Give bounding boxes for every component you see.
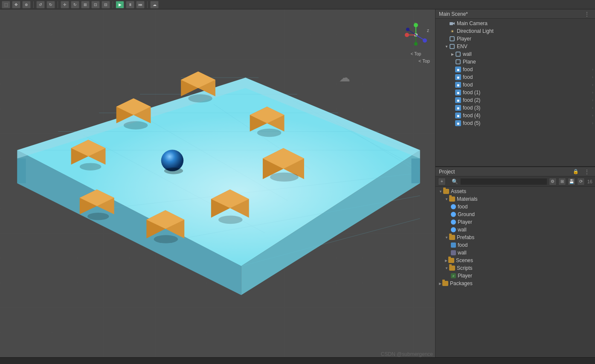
svg-point-67 (406, 28, 409, 31)
svg-point-56 (87, 213, 109, 220)
project-item-pref-food[interactable]: food (435, 241, 595, 249)
project-item-scenes[interactable]: Scenes (435, 257, 595, 264)
project-item-materials[interactable]: Materials (435, 195, 595, 203)
toolbar-btn-5[interactable]: ↻ (46, 1, 55, 9)
project-item-label: food (458, 204, 467, 210)
expand-arrow[interactable] (444, 44, 449, 49)
orientation-gizmo[interactable]: y < Top (401, 22, 431, 56)
toolbar-btn-play[interactable]: ▶ (116, 1, 124, 9)
project-item-mat-player[interactable]: Player (435, 218, 595, 226)
hierarchy-item-label: wall (463, 51, 472, 57)
chevron-right-icon: › (592, 98, 593, 102)
svg-point-55 (270, 173, 299, 182)
project-item-mat-food[interactable]: food (435, 203, 595, 211)
hierarchy-item-food3[interactable]: ■food› (435, 81, 595, 89)
toolbar: ⬚ ✥ ⊕ ↺ ↻ ✛ ↻ ⊞ ⊡ ⊟ ▶ ⏸ ⏭ ☁ (0, 0, 595, 9)
toolbar-sep-2 (58, 1, 58, 8)
project-item-prefabs[interactable]: Prefabs (435, 234, 595, 241)
toolbar-btn-rotate[interactable]: ↻ (71, 1, 79, 9)
folder-icon (443, 189, 449, 194)
hierarchy-panel: Main Scene* ⋮ Main Camera ☀Directional L… (435, 9, 595, 167)
svg-rect-74 (450, 44, 454, 49)
obj-icon (449, 36, 455, 42)
toolbar-btn-4[interactable]: ↺ (36, 1, 45, 9)
svg-line-66 (408, 30, 416, 35)
hierarchy-item-plane[interactable]: Plane (435, 58, 595, 66)
hierarchy-item-main-camera[interactable]: Main Camera (435, 20, 595, 27)
hierarchy-item-wall[interactable]: wall (435, 50, 595, 58)
cloud-indicator: ☁ (339, 71, 350, 84)
toolbar-btn-move[interactable]: ✛ (61, 1, 69, 9)
project-item-mat-wall[interactable]: wall (435, 226, 595, 234)
cube-icon: ■ (455, 105, 461, 111)
watermark: CSDN @submergence (381, 351, 433, 357)
toolbar-btn-rect[interactable]: ⊡ (91, 1, 100, 9)
lock-icon: 🔒 (573, 169, 579, 174)
obj-icon (455, 59, 461, 65)
hierarchy-item-food1[interactable]: ■food› (435, 66, 595, 73)
svg-rect-73 (450, 37, 454, 41)
hierarchy-item-label: Directional Light (457, 28, 493, 34)
hierarchy-item-dir-light[interactable]: ☀Directional Light (435, 27, 595, 35)
project-menu-btn[interactable]: ⋮ (582, 168, 592, 175)
add-asset-btn[interactable]: + (438, 178, 446, 185)
hierarchy-item-env[interactable]: ENV (435, 43, 595, 50)
count-label: 16 (587, 179, 592, 184)
chevron-right-icon: › (592, 67, 593, 72)
chevron-right-icon: › (592, 90, 593, 95)
toolbar-btn-1[interactable]: ⬚ (2, 1, 10, 9)
project-search-input[interactable] (460, 178, 547, 185)
toolbar-btn-2[interactable]: ✥ (12, 1, 20, 9)
main-content: y < Top z ☁ < Top Main Scene* ⋮ Main Cam… (0, 9, 595, 357)
view-angle-label: < Top (418, 58, 430, 64)
project-item-label: Scenes (456, 257, 473, 263)
cube-icon: ■ (455, 120, 461, 126)
hierarchy-item-player[interactable]: Player (435, 35, 595, 43)
folder-icon (442, 281, 448, 286)
save-btn[interactable]: 💾 (568, 178, 575, 185)
project-item-packages[interactable]: Packages (435, 280, 595, 287)
toolbar-btn-pause[interactable]: ⏸ (126, 1, 134, 9)
gizmo-view-label: < Top (401, 52, 431, 56)
hierarchy-item-label: food (2) (463, 97, 480, 103)
toolbar-btn-transform[interactable]: ⊟ (102, 1, 110, 9)
toolbar-btn-3[interactable]: ⊕ (22, 1, 31, 9)
project-item-assets[interactable]: Assets (435, 188, 595, 195)
material-icon (451, 227, 456, 232)
project-item-label: Scripts (457, 265, 473, 271)
light-icon: ☀ (449, 28, 455, 34)
project-item-mat-ground[interactable]: Ground (435, 211, 595, 218)
folder-icon (449, 235, 455, 240)
filter-btn[interactable]: ⚙ (549, 178, 557, 185)
hierarchy-item-food8[interactable]: ■food (5)› (435, 119, 595, 127)
hierarchy-item-label: ENV (457, 43, 467, 49)
expand-arrow[interactable] (450, 52, 455, 57)
toolbar-btn-step[interactable]: ⏭ (136, 1, 145, 9)
hierarchy-title: Main Scene* (439, 11, 468, 17)
project-item-label: Player (458, 219, 472, 225)
toolbar-btn-cloud[interactable]: ☁ (150, 1, 159, 9)
chevron-right-icon: › (592, 106, 593, 110)
project-item-scripts[interactable]: Scripts (435, 264, 595, 272)
project-item-pref-wall[interactable]: wall (435, 249, 595, 257)
obj-icon (455, 51, 461, 57)
project-item-scr-player[interactable]: #Player (435, 272, 595, 280)
hierarchy-item-food2[interactable]: ■food› (435, 73, 595, 81)
refresh-btn[interactable]: ⟳ (577, 178, 585, 185)
hierarchy-item-food6[interactable]: ■food (3)› (435, 104, 595, 112)
project-header: Project 🔒 ⋮ (435, 167, 595, 176)
hierarchy-item-food7[interactable]: ■food (4)› (435, 112, 595, 119)
camera-icon (449, 20, 455, 26)
hierarchy-item-food4[interactable]: ■food (1)› (435, 89, 595, 96)
view-btn[interactable]: ⊞ (558, 178, 566, 185)
folder-triangle-icon (439, 282, 441, 286)
svg-point-69 (414, 42, 418, 46)
toolbar-sep-1 (33, 1, 34, 8)
hierarchy-item-food5[interactable]: ■food (2)› (435, 96, 595, 104)
hierarchy-menu-btn[interactable]: ⋮ (582, 11, 592, 17)
scene-viewport[interactable]: y < Top z ☁ < Top (0, 9, 435, 357)
svg-point-63 (405, 33, 409, 37)
toolbar-btn-scale[interactable]: ⊞ (81, 1, 90, 9)
hierarchy-item-label: food (1) (463, 90, 480, 95)
folder-triangle-icon (445, 266, 448, 270)
